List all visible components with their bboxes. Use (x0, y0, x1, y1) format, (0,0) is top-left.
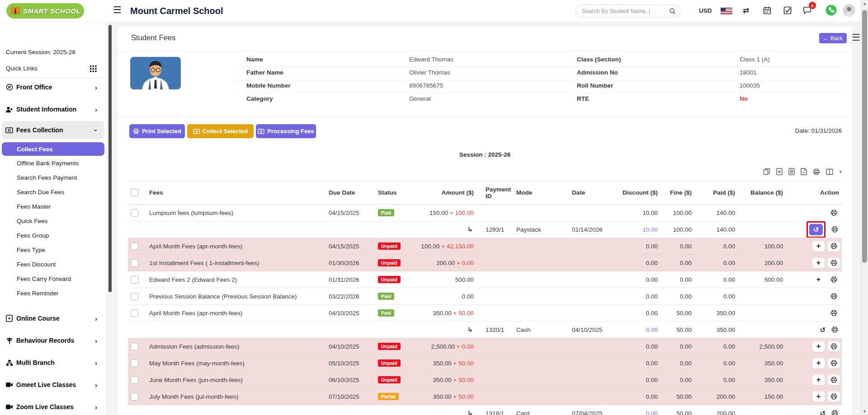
search-input[interactable] (582, 8, 669, 14)
fine-cell: 100.00 (660, 205, 694, 221)
fees-table: FeesDue DateStatusAmount ($)Payment IDMo… (128, 181, 842, 415)
print-fee-button[interactable] (828, 392, 840, 402)
row-checkbox[interactable] (131, 259, 138, 267)
sidebar-item-behaviour-records[interactable]: Behaviour Records› (0, 333, 107, 348)
fee-name-cell: Edward Fees 2 (Edward Fees 2) (148, 271, 329, 288)
sidebar-item-fees-group[interactable]: Fees Group (17, 232, 49, 239)
checkbox-cell (128, 205, 148, 221)
print-receipt-button[interactable] (831, 326, 838, 333)
row-checkbox[interactable] (131, 359, 138, 367)
sidebar-item-quick-fees[interactable]: Quick Fees (17, 218, 47, 224)
sidebar-item-front-office[interactable]: Front Office› (0, 80, 107, 94)
pdf-export-icon[interactable] (801, 168, 807, 175)
row-checkbox[interactable] (131, 393, 138, 401)
sidebar-item-gmeet-live-classes[interactable]: Gmeet Live Classes› (0, 378, 107, 392)
due-date-cell: 01/31/2026 (329, 271, 378, 288)
print-fee-button[interactable] (828, 208, 840, 218)
row-checkbox[interactable] (131, 343, 138, 350)
sidebar-item-fees-type[interactable]: Fees Type (17, 247, 45, 253)
row-checkbox[interactable] (131, 376, 138, 384)
revert-payment-button[interactable]: ↺ (820, 410, 826, 415)
add-fee-button[interactable]: + (812, 341, 825, 352)
info-value: Olivier Thomas (409, 69, 450, 76)
print-fee-button[interactable] (828, 375, 840, 385)
title-divider (118, 51, 852, 51)
scroll-up-icon[interactable]: ▲ (863, 1, 867, 6)
column-visibility-icon[interactable] (826, 168, 833, 175)
add-fee-button[interactable]: + (812, 241, 825, 252)
sidebar-item-multi-branch[interactable]: Multi Branch› (0, 355, 107, 370)
sidebar-item-fees-reminder[interactable]: Fees Reminder (17, 290, 58, 297)
calendar-icon[interactable] (763, 6, 771, 16)
discount-link[interactable]: 10.00 (642, 226, 658, 233)
row-checkbox[interactable] (131, 209, 138, 217)
currency-selector[interactable]: USD (699, 7, 712, 14)
excel-export-icon[interactable] (776, 168, 783, 175)
collect-selected-button[interactable]: Collect Selected (187, 124, 254, 138)
sidebar-item-fees-discount[interactable]: Fees Discount (17, 261, 56, 268)
print-selected-button[interactable]: Print Selected (129, 124, 185, 138)
sidebar-item-zoom-live-classes[interactable]: Zoom Live Classes› (0, 400, 107, 414)
print-receipt-button[interactable] (831, 226, 838, 233)
revert-payment-button[interactable]: ↺ (820, 326, 826, 333)
language-flag-icon[interactable] (721, 8, 732, 14)
print-table-icon[interactable] (813, 168, 820, 175)
row-checkbox[interactable] (131, 293, 138, 300)
sidebar-item-collect-fees-active[interactable]: Collect Fees (2, 142, 104, 156)
quick-links-grid-icon[interactable] (90, 65, 97, 74)
sidebar-scrollbar[interactable] (108, 25, 112, 292)
sidebar-item-search-due-fees[interactable]: Search Due Fees (17, 189, 64, 196)
print-fee-button[interactable] (828, 258, 840, 268)
search-icon[interactable] (669, 8, 676, 14)
print-fee-button[interactable] (828, 308, 840, 318)
processing-fees-button[interactable]: Processing Fees (256, 124, 316, 138)
student-search[interactable] (576, 5, 681, 18)
add-fee-button[interactable]: + (812, 358, 825, 368)
window-scrollbar[interactable]: ▲ ▼ (861, 0, 868, 415)
add-fee-button[interactable]: + (812, 258, 825, 268)
sidebar-item-student-information[interactable]: Student Information› (0, 102, 107, 117)
add-fee-button[interactable]: + (812, 275, 825, 285)
back-button[interactable]: ← Back (819, 33, 847, 43)
sidebar-toggle-hamburger-icon[interactable]: ☰ (113, 5, 122, 14)
sidebar-item-fees-collection[interactable]: Fees Collection› (0, 123, 107, 137)
scroll-down-icon[interactable]: ▼ (863, 409, 867, 414)
discount-link[interactable]: 0.00 (646, 410, 658, 415)
sidebar-item-online-course[interactable]: Online Course› (0, 311, 107, 326)
window-scrollbar-thumb[interactable] (862, 10, 867, 263)
export-dropdown-caret-icon[interactable]: ▾ (839, 169, 842, 175)
row-checkbox[interactable] (131, 276, 138, 284)
csv-export-icon[interactable] (788, 168, 795, 175)
row-checkbox[interactable] (131, 309, 138, 317)
add-fee-button[interactable]: + (812, 392, 825, 402)
column-header-balance-: Balance ($) (738, 181, 786, 204)
row-checkbox[interactable] (131, 242, 138, 250)
balance-cell: 350.00 (738, 372, 786, 388)
user-avatar[interactable] (843, 4, 855, 17)
select-all-checkbox[interactable] (131, 189, 138, 196)
print-fee-button[interactable] (828, 291, 840, 302)
print-receipt-button[interactable] (831, 410, 838, 415)
copy-icon[interactable] (763, 168, 770, 175)
quick-links[interactable]: Quick Links (6, 65, 38, 72)
print-fee-button[interactable] (828, 275, 840, 285)
print-fee-button[interactable] (828, 241, 840, 252)
sidebar-item-fees-master[interactable]: Fees Master (17, 203, 51, 210)
status-badge: Paid (378, 293, 394, 300)
fine-cell: 50.00 (660, 405, 694, 415)
whatsapp-icon[interactable] (826, 5, 837, 18)
todo-check-icon[interactable] (783, 6, 792, 16)
status-cell: Unpaid (378, 338, 414, 354)
sidebar-item-offline-bank-payments[interactable]: Offline Bank Payments (17, 160, 79, 167)
add-fee-button[interactable]: + (812, 375, 825, 385)
smart-school-logo[interactable]: SMART SCHOOL (6, 3, 84, 19)
sidebar-item-search-fees-payment[interactable]: Search Fees Payment (17, 174, 77, 181)
sidebar-item-fees-carry-forward[interactable]: Fees Carry Forward (17, 275, 71, 282)
revert-payment-button[interactable]: ↺ (809, 224, 823, 235)
swap-arrows-icon[interactable]: ⇄ (743, 6, 749, 15)
print-fee-button[interactable] (828, 341, 840, 352)
discount-link[interactable]: 0.00 (646, 326, 658, 333)
settings-drawer-icon[interactable]: ☰ (852, 33, 860, 42)
print-fee-button[interactable] (828, 358, 840, 368)
fine-cell: 100.00 (660, 221, 694, 238)
